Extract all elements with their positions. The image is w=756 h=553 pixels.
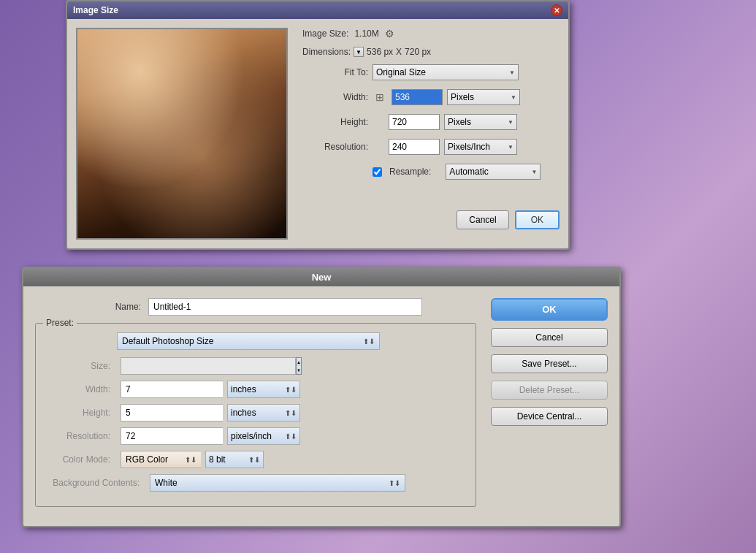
dimensions-label: Dimensions:: [302, 47, 351, 57]
new-resolution-unit: pixels/inch: [231, 431, 272, 441]
width-row: Width: ⊞ 536 Pixels ▼: [302, 89, 560, 105]
color-mode-value: RGB Color: [126, 454, 168, 465]
width-label: Width:: [302, 92, 368, 102]
dimensions-toggle[interactable]: ▼: [354, 47, 364, 57]
controls-panel: Image Size: 1.10M ⚙ Dimensions: ▼ 536 px…: [302, 28, 560, 240]
size-spinner-down[interactable]: ▼: [297, 366, 301, 374]
resolution-input[interactable]: 240: [389, 139, 440, 155]
name-row: Name: Untitled-1: [35, 298, 476, 316]
new-height-unit-dropdown[interactable]: inches ⬆⬇: [227, 404, 300, 422]
new-width-unit-dropdown[interactable]: inches ⬆⬇: [227, 381, 300, 398]
new-height-arrow: ⬆⬇: [285, 409, 297, 417]
background-dropdown[interactable]: White ⬆⬇: [150, 474, 405, 492]
width-unit: Pixels: [451, 92, 474, 102]
height-unit: Pixels: [448, 117, 471, 127]
preset-group: Preset: Default Photoshop Size ⬆⬇ Size:: [35, 323, 476, 507]
size-spinner[interactable]: ▲ ▼: [296, 357, 302, 375]
resample-value: Automatic: [449, 167, 488, 177]
device-central-button[interactable]: Device Central...: [491, 407, 608, 426]
resample-checkbox[interactable]: [373, 167, 382, 177]
height-input[interactable]: 720: [389, 114, 440, 130]
new-resolution-unit-dropdown[interactable]: pixels/inch ⬆⬇: [227, 427, 300, 445]
cancel-button[interactable]: Cancel: [457, 210, 508, 229]
color-mode-dropdown[interactable]: RGB Color ⬆⬇: [121, 451, 201, 468]
new-cancel-button[interactable]: Cancel: [491, 328, 608, 347]
new-height-input[interactable]: [121, 404, 223, 422]
new-resolution-row: Resolution: pixels/inch ⬆⬇: [43, 427, 468, 445]
new-width-unit: inches: [231, 384, 256, 394]
fit-to-dropdown[interactable]: Original Size ▼: [373, 64, 519, 80]
new-ok-button[interactable]: OK: [491, 298, 608, 321]
image-size-dialog: Image Size ✕ Image Size: 1.10M ⚙ Dimensi…: [66, 0, 570, 250]
background-value: White: [155, 478, 177, 488]
color-mode-row: Color Mode: RGB Color ⬆⬇ 8 bit ⬆⬇: [43, 451, 468, 468]
image-size-value: 1.10M: [354, 28, 378, 39]
background-label: Background Contents:: [43, 478, 145, 488]
resample-dropdown[interactable]: Automatic ▼: [446, 164, 541, 180]
bit-depth-value: 8 bit: [209, 454, 226, 465]
name-label: Name:: [35, 302, 148, 312]
size-field: ▲ ▼: [121, 357, 302, 375]
new-height-label: Height:: [43, 408, 116, 418]
new-resolution-input[interactable]: [121, 427, 223, 445]
color-mode-label: Color Mode:: [43, 454, 116, 465]
image-size-title: Image Size: [73, 5, 118, 15]
bit-depth-dropdown[interactable]: 8 bit ⬆⬇: [205, 451, 264, 468]
new-resolution-arrow: ⬆⬇: [285, 432, 297, 441]
new-width-row: Width: inches ⬆⬇: [43, 381, 468, 398]
new-resolution-label: Resolution:: [43, 431, 116, 441]
fit-to-row: Fit To: Original Size ▼: [302, 64, 560, 80]
size-spinner-up[interactable]: ▲: [297, 358, 301, 366]
height-unit-arrow: ▼: [508, 119, 513, 126]
gear-icon[interactable]: ⚙: [385, 28, 394, 39]
resample-label: Resample:: [389, 167, 431, 177]
width-input[interactable]: 536: [392, 89, 443, 105]
size-row: Size: ▲ ▼: [43, 357, 468, 375]
height-label: Height:: [302, 117, 368, 127]
resample-arrow: ▼: [531, 169, 537, 175]
preset-legend: Preset:: [43, 318, 77, 328]
background-arrow: ⬆⬇: [389, 479, 400, 487]
height-unit-dropdown[interactable]: Pixels ▼: [444, 114, 517, 130]
preset-dropdown-arrow: ⬆⬇: [363, 337, 375, 346]
link-icon: ⊞: [373, 91, 387, 103]
preset-select-row: Default Photoshop Size ⬆⬇: [43, 332, 468, 350]
preset-dropdown[interactable]: Default Photoshop Size ⬆⬇: [117, 332, 380, 350]
width-unit-dropdown[interactable]: Pixels ▼: [447, 89, 520, 105]
bit-depth-arrow: ⬆⬇: [248, 456, 260, 464]
resolution-label: Resolution:: [302, 142, 368, 152]
new-width-label: Width:: [43, 384, 116, 394]
delete-preset-button[interactable]: Delete Preset...: [491, 381, 608, 400]
new-height-unit: inches: [231, 408, 256, 418]
fit-to-label: Fit To:: [302, 67, 368, 77]
dialog-buttons: Cancel OK: [302, 210, 560, 229]
resolution-unit-arrow: ▼: [508, 144, 513, 150]
resolution-unit-dropdown[interactable]: Pixels/Inch ▼: [444, 139, 517, 155]
fit-to-value: Original Size: [376, 67, 426, 77]
new-height-row: Height: inches ⬆⬇: [43, 404, 468, 422]
background-row: Background Contents: White ⬆⬇: [43, 474, 468, 492]
size-label: Size:: [43, 361, 116, 371]
resample-row: Resample: Automatic ▼: [302, 164, 560, 180]
ok-button[interactable]: OK: [515, 210, 560, 229]
name-input[interactable]: Untitled-1: [148, 298, 422, 316]
resolution-row: Resolution: 240 Pixels/Inch ▼: [302, 139, 560, 155]
image-size-row: Image Size: 1.10M ⚙: [302, 28, 560, 39]
dimensions-width: 536 px: [367, 47, 393, 57]
dimensions-height: 720 px: [405, 47, 431, 57]
fit-to-arrow: ▼: [509, 69, 515, 76]
dimensions-row: Dimensions: ▼ 536 px X 720 px: [302, 47, 560, 57]
preview-image: [77, 29, 286, 238]
height-row: Height: 720 Pixels ▼: [302, 114, 560, 130]
image-size-label: Image Size:: [302, 28, 348, 39]
save-preset-button[interactable]: Save Preset...: [491, 354, 608, 373]
preset-value: Default Photoshop Size: [122, 336, 213, 346]
size-input[interactable]: [121, 357, 296, 375]
close-button[interactable]: ✕: [551, 4, 562, 16]
new-width-arrow: ⬆⬇: [285, 386, 297, 394]
new-right-panel: OK Cancel Save Preset... Delete Preset..…: [491, 298, 608, 514]
color-mode-arrow: ⬆⬇: [185, 456, 196, 464]
new-width-input[interactable]: [121, 381, 223, 398]
new-dialog-titlebar: New: [23, 268, 619, 286]
new-dialog-title: New: [312, 272, 332, 283]
